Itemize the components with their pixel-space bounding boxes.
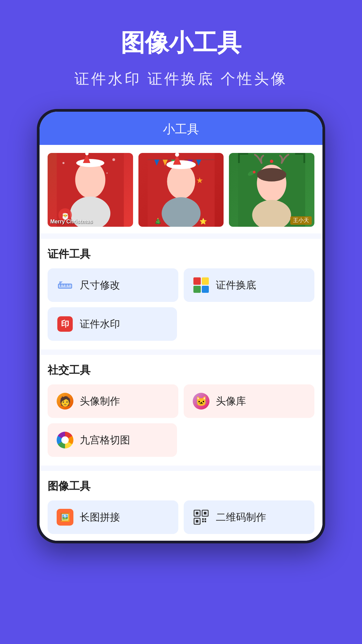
qr-icon xyxy=(192,508,210,527)
tool-btn-nine-grid[interactable]: 九宫格切图 xyxy=(48,423,177,457)
tool-label-resize: 尺寸修改 xyxy=(80,278,120,292)
tool-btn-watermark[interactable]: 印 证件水印 xyxy=(48,307,177,341)
svg-rect-42 xyxy=(196,512,198,515)
app-title: 图像小工具 xyxy=(13,27,349,59)
id-tools-grid: 尺寸修改 证件换底 xyxy=(48,268,314,302)
svg-point-3 xyxy=(106,172,108,174)
banner-svg-1: 🎅 xyxy=(48,153,133,227)
long-img-icon: 🖼️ xyxy=(56,508,74,527)
tool-btn-avatar-make[interactable]: 🧑 头像制作 xyxy=(48,384,178,418)
svg-point-31 xyxy=(253,171,256,173)
svg-point-19 xyxy=(167,164,195,199)
tool-label-avatar-lib: 头像库 xyxy=(216,394,246,408)
app-bar: 小工具 xyxy=(40,112,322,145)
iris-icon xyxy=(56,431,74,449)
social-tools-grid: 🧑 头像制作 🐱 头像库 xyxy=(48,384,314,418)
svg-rect-49 xyxy=(202,521,204,522)
nine-grid-row: 九宫格切图 xyxy=(48,423,314,457)
banner-label-3: 王小天 xyxy=(290,216,312,225)
svg-rect-47 xyxy=(202,518,204,520)
svg-rect-44 xyxy=(204,512,206,515)
avatar-make-icon: 🧑 xyxy=(56,392,74,411)
section-title-id-tools: 证件工具 xyxy=(48,247,314,262)
phone-frame: 小工具 xyxy=(37,109,325,543)
section-id-tools: 证件工具 xyxy=(40,239,322,350)
app-bar-title: 小工具 xyxy=(163,122,199,136)
banner-item-1[interactable]: 🎅 Merry Christmas xyxy=(48,153,133,227)
tool-label-qr: 二维码制作 xyxy=(216,511,266,524)
tool-btn-resize[interactable]: 尺寸修改 xyxy=(48,268,178,302)
section-title-image: 图像工具 xyxy=(48,479,314,494)
tool-btn-bg-change[interactable]: 证件换底 xyxy=(184,268,314,302)
svg-text:🎄: 🎄 xyxy=(154,218,162,225)
app-subtitle: 证件水印 证件换底 个性头像 xyxy=(13,69,349,89)
phone-screen: 小工具 xyxy=(40,112,322,541)
tool-btn-long-img[interactable]: 🖼️ 长图拼接 xyxy=(48,500,178,534)
tool-label-nine-grid: 九宫格切图 xyxy=(80,433,130,447)
banner-label-1: Merry Christmas xyxy=(50,219,93,225)
banner-svg-3 xyxy=(229,153,314,227)
tool-label-watermark: 证件水印 xyxy=(80,317,120,331)
watermark-row: 印 证件水印 xyxy=(48,307,314,341)
svg-text:⭐: ⭐ xyxy=(199,218,207,225)
tool-btn-qr[interactable]: 二维码制作 xyxy=(184,500,314,534)
banner-item-2[interactable]: ★ 🎄 ⭐ xyxy=(138,153,224,227)
svg-point-1 xyxy=(62,162,64,164)
banner-svg-2: ★ 🎄 ⭐ xyxy=(138,153,224,227)
image-tools-grid: 🖼️ 长图拼接 xyxy=(48,500,314,534)
section-social-tools: 社交工具 🧑 头像制作 🐱 头像库 xyxy=(40,355,322,466)
svg-point-28 xyxy=(270,160,274,163)
svg-rect-46 xyxy=(196,520,198,523)
tool-label-avatar-make: 头像制作 xyxy=(80,394,120,408)
phone-content: 🎅 Merry Christmas xyxy=(40,145,322,541)
ruler-icon xyxy=(56,276,74,294)
banner-section: 🎅 Merry Christmas xyxy=(40,145,322,233)
svg-rect-48 xyxy=(204,518,206,520)
svg-point-34 xyxy=(257,168,287,181)
svg-rect-50 xyxy=(204,521,206,522)
tool-btn-avatar-lib[interactable]: 🐱 头像库 xyxy=(184,384,314,418)
banner-item-3[interactable]: 王小天 xyxy=(229,153,314,227)
stamp-icon: 印 xyxy=(56,315,74,333)
svg-text:★: ★ xyxy=(196,176,203,185)
palette-icon xyxy=(192,276,210,294)
header-area: 图像小工具 证件水印 证件换底 个性头像 xyxy=(0,0,362,109)
svg-point-2 xyxy=(112,158,115,161)
banner-scene-1: 🎅 Merry Christmas xyxy=(48,153,133,227)
section-title-social: 社交工具 xyxy=(48,363,314,378)
tool-label-bg-change: 证件换底 xyxy=(216,278,256,292)
avatar-lib-icon: 🐱 xyxy=(192,392,210,411)
tool-label-long-img: 长图拼接 xyxy=(80,511,120,524)
section-image-tools: 图像工具 🖼️ 长图拼接 xyxy=(40,471,322,541)
